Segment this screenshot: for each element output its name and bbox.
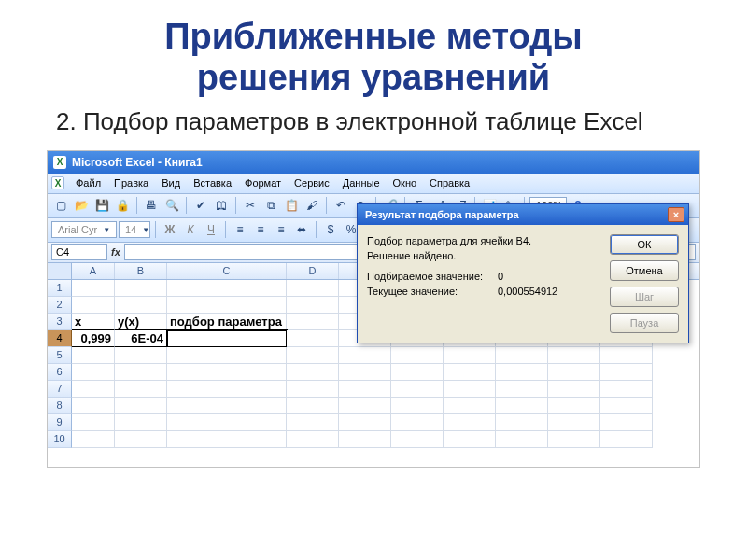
col-header-d[interactable]: D <box>287 263 339 279</box>
cell-A7[interactable] <box>72 381 115 398</box>
cell-C4[interactable] <box>167 330 287 347</box>
preview-icon[interactable]: 🔍 <box>162 196 181 215</box>
menu-format[interactable]: Формат <box>239 177 287 189</box>
cell-I7[interactable] <box>548 381 600 398</box>
row-header-2[interactable]: 2 <box>48 297 72 314</box>
col-header-a[interactable]: A <box>72 263 115 279</box>
cell-J8[interactable] <box>600 398 653 414</box>
cell-E8[interactable] <box>339 398 391 414</box>
cell-D9[interactable] <box>287 414 339 431</box>
cell-D6[interactable] <box>287 364 339 381</box>
cell-B1[interactable] <box>115 280 167 297</box>
menu-data[interactable]: Данные <box>337 177 386 189</box>
cell-G10[interactable] <box>444 431 496 448</box>
cell-B8[interactable] <box>115 398 167 414</box>
currency-icon[interactable]: $ <box>321 220 340 239</box>
menu-file[interactable]: Файл <box>70 177 106 189</box>
research-icon[interactable]: 🕮 <box>212 196 231 215</box>
cell-G5[interactable] <box>444 347 496 364</box>
cell-E10[interactable] <box>339 431 391 448</box>
cell-E5[interactable] <box>339 347 391 364</box>
copy-icon[interactable]: ⧉ <box>261 196 280 215</box>
cell-I8[interactable] <box>548 398 600 414</box>
cell-A3[interactable]: x <box>72 314 115 330</box>
align-right-icon[interactable]: ≡ <box>272 220 290 239</box>
underline-icon[interactable]: Ч <box>202 220 220 239</box>
close-icon[interactable]: × <box>668 207 684 222</box>
paste-icon[interactable]: 📋 <box>282 196 301 215</box>
cell-A8[interactable] <box>72 398 115 414</box>
cell-J7[interactable] <box>600 381 653 398</box>
cell-A6[interactable] <box>72 364 115 381</box>
cell-G9[interactable] <box>444 414 496 431</box>
cell-I5[interactable] <box>548 347 600 364</box>
cell-H7[interactable] <box>496 381 548 398</box>
cell-F10[interactable] <box>391 431 444 448</box>
cell-H6[interactable] <box>496 364 548 381</box>
cell-A9[interactable] <box>72 414 115 431</box>
format-painter-icon[interactable]: 🖌 <box>303 196 321 215</box>
name-box[interactable]: C4 <box>51 244 107 260</box>
menu-edit[interactable]: Правка <box>108 177 154 189</box>
cell-J5[interactable] <box>600 347 653 364</box>
cell-C2[interactable] <box>167 297 287 314</box>
select-all-corner[interactable] <box>48 263 72 279</box>
cell-F7[interactable] <box>391 381 444 398</box>
cell-A2[interactable] <box>72 297 115 314</box>
cell-D4[interactable] <box>287 330 339 347</box>
cell-B6[interactable] <box>115 364 167 381</box>
menu-insert[interactable]: Вставка <box>188 177 237 189</box>
menu-window[interactable]: Окно <box>388 177 423 189</box>
cancel-button[interactable]: Отмена <box>610 260 679 281</box>
cell-D2[interactable] <box>287 297 339 314</box>
undo-icon[interactable]: ↶ <box>331 196 350 215</box>
row-header-9[interactable]: 9 <box>48 414 72 431</box>
cell-A4[interactable]: 0,999 <box>72 330 115 347</box>
ok-button[interactable]: ОК <box>610 234 679 255</box>
menu-tools[interactable]: Сервис <box>289 177 335 189</box>
cell-G7[interactable] <box>444 381 496 398</box>
row-header-6[interactable]: 6 <box>48 364 72 381</box>
cell-F9[interactable] <box>391 414 444 431</box>
cell-B2[interactable] <box>115 297 167 314</box>
font-size-combo[interactable]: 14▼ <box>119 221 150 238</box>
row-header-8[interactable]: 8 <box>48 398 72 414</box>
cell-H8[interactable] <box>496 398 548 414</box>
cell-J6[interactable] <box>600 364 653 381</box>
cell-F8[interactable] <box>391 398 444 414</box>
cell-C3[interactable]: подбор параметра <box>167 314 287 330</box>
cell-C10[interactable] <box>167 431 287 448</box>
open-icon[interactable]: 📂 <box>72 196 91 215</box>
cell-C5[interactable] <box>167 347 287 364</box>
cell-F5[interactable] <box>391 347 444 364</box>
cell-D8[interactable] <box>287 398 339 414</box>
step-button[interactable]: Шаг <box>610 287 679 307</box>
save-icon[interactable]: 💾 <box>92 196 111 215</box>
cell-B10[interactable] <box>115 431 167 448</box>
cell-D5[interactable] <box>287 347 339 364</box>
cell-G6[interactable] <box>444 364 496 381</box>
cell-I6[interactable] <box>548 364 600 381</box>
cell-H5[interactable] <box>496 347 548 364</box>
new-icon[interactable]: ▢ <box>51 196 70 215</box>
cell-C8[interactable] <box>167 398 287 414</box>
cell-G8[interactable] <box>444 398 496 414</box>
align-left-icon[interactable]: ≡ <box>231 220 249 239</box>
row-header-4[interactable]: 4 <box>48 330 72 347</box>
row-header-3[interactable]: 3 <box>48 314 72 330</box>
pause-button[interactable]: Пауза <box>610 313 679 333</box>
cell-B7[interactable] <box>115 381 167 398</box>
cell-C9[interactable] <box>167 414 287 431</box>
fx-icon[interactable]: fx <box>111 246 120 258</box>
cell-J9[interactable] <box>600 414 653 431</box>
print-icon[interactable]: 🖶 <box>142 196 161 215</box>
cell-A1[interactable] <box>72 280 115 297</box>
cell-B5[interactable] <box>115 347 167 364</box>
perm-icon[interactable]: 🔒 <box>113 196 132 215</box>
cell-C7[interactable] <box>167 381 287 398</box>
cell-H10[interactable] <box>496 431 548 448</box>
cell-J10[interactable] <box>600 431 653 448</box>
cell-C6[interactable] <box>167 364 287 381</box>
menu-help[interactable]: Справка <box>424 177 475 189</box>
merge-icon[interactable]: ⬌ <box>292 220 311 239</box>
